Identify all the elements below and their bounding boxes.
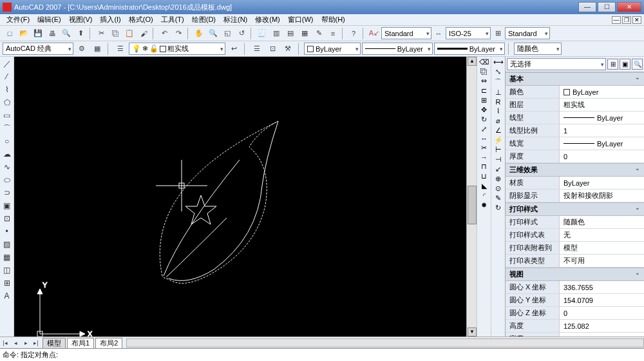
prop-centerx-value[interactable]: 336.7655: [560, 281, 644, 293]
select-objects-button[interactable]: ▣: [620, 59, 630, 70]
dim-linear-tool[interactable]: ⟷: [493, 58, 504, 66]
zoom-realtime-button[interactable]: 🔍: [207, 27, 220, 40]
menu-tools[interactable]: 工具(T): [157, 15, 188, 24]
undo-button[interactable]: ↶: [158, 27, 171, 40]
point-tool[interactable]: •: [1, 226, 13, 237]
layer-combo[interactable]: 💡 ❄ 🔓 粗实线: [129, 43, 225, 55]
section-plot-header[interactable]: 打印样式⌄: [506, 202, 644, 216]
plot-preview-button[interactable]: 🔍: [60, 27, 73, 40]
copy-button[interactable]: ⿻: [109, 27, 122, 40]
table-tool[interactable]: ⊞: [1, 277, 13, 289]
dim-tolerance-tool[interactable]: ⊕: [495, 175, 501, 183]
prop-shadow-value[interactable]: 投射和接收阴影: [560, 190, 644, 202]
selection-combo[interactable]: 无选择: [507, 58, 606, 70]
save-button[interactable]: 💾: [32, 27, 44, 40]
menu-help[interactable]: 帮助(H): [317, 15, 349, 24]
horizontal-scrollbar[interactable]: [126, 338, 644, 347]
section-basic-header[interactable]: 基本⌄: [506, 72, 644, 86]
layer-prev-button[interactable]: ↩: [227, 43, 240, 55]
arc-tool[interactable]: ⌒: [1, 122, 13, 134]
scroll-thumb[interactable]: [468, 186, 477, 224]
dim-style-combo[interactable]: ISO-25: [446, 27, 491, 39]
prop-plotstyle-value[interactable]: 随颜色: [560, 216, 644, 228]
tab-model[interactable]: 模型: [43, 338, 66, 348]
scroll-down-arrow[interactable]: ▼: [468, 327, 477, 337]
linetype-combo[interactable]: ByLayer: [362, 43, 433, 55]
dim-angular-tool[interactable]: ∠: [495, 126, 502, 135]
section-view-header[interactable]: 视图⌄: [506, 268, 644, 281]
dim-aligned-tool[interactable]: ⤡: [495, 68, 501, 76]
prop-ltscale-value[interactable]: 1: [560, 124, 644, 137]
scale-tool[interactable]: ⤢: [481, 125, 487, 133]
mdi-close-button[interactable]: ✕: [632, 16, 641, 24]
dim-quick-tool[interactable]: ⚡: [494, 136, 503, 144]
table-style-icon[interactable]: ⊞: [491, 27, 504, 40]
hatch-tool[interactable]: ▨: [1, 239, 13, 250]
dim-jogged-tool[interactable]: ⌇: [497, 107, 500, 115]
dim-arc-tool[interactable]: ⌒: [495, 77, 502, 87]
vertical-scrollbar[interactable]: ▲ ▼: [466, 57, 477, 337]
line-tool[interactable]: ／: [1, 58, 13, 70]
chamfer-tool[interactable]: ◣: [482, 182, 487, 190]
region-tool[interactable]: ◫: [1, 264, 13, 276]
zoom-previous-button[interactable]: ↺: [235, 27, 248, 40]
tool-palettes-button[interactable]: ▤: [284, 27, 297, 40]
trim-tool[interactable]: ✂: [481, 144, 487, 152]
prop-linetype-value[interactable]: ByLayer: [560, 112, 644, 124]
open-button[interactable]: 📂: [17, 27, 30, 40]
menu-draw[interactable]: 绘图(D): [188, 15, 220, 24]
quick-select-button[interactable]: 🔍: [632, 59, 643, 70]
prop-thickness-value[interactable]: 0: [560, 150, 644, 162]
mdi-minimize-button[interactable]: —: [612, 16, 621, 24]
dim-edit-tool[interactable]: ✎: [495, 194, 501, 202]
revcloud-tool[interactable]: ☁: [1, 148, 13, 160]
ellipse-tool[interactable]: ⬭: [1, 174, 13, 186]
table-style-combo[interactable]: Standard: [505, 27, 550, 39]
dim-diameter-tool[interactable]: ⌀: [496, 117, 500, 125]
command-line[interactable]: 命令: 指定对角点:: [0, 348, 644, 361]
print-button[interactable]: 🖶: [46, 27, 59, 40]
rectangle-tool[interactable]: ▭: [1, 110, 13, 121]
prop-centery-value[interactable]: 154.0709: [560, 294, 644, 306]
tab-first-button[interactable]: |◂: [0, 340, 10, 346]
design-center-button[interactable]: ▥: [270, 27, 283, 40]
redo-button[interactable]: ↷: [172, 27, 185, 40]
prop-height-value[interactable]: 125.082: [560, 320, 644, 332]
new-button[interactable]: □: [3, 27, 16, 40]
paste-button[interactable]: 📋: [123, 27, 136, 40]
dim-ordinate-tool[interactable]: ⊥: [495, 88, 502, 97]
prop-width-value[interactable]: 261.3041: [560, 333, 644, 337]
fillet-tool[interactable]: ◜: [483, 191, 486, 200]
tab-next-button[interactable]: ▸: [21, 340, 31, 346]
block-make-tool[interactable]: ⊡: [1, 213, 13, 224]
plotstyle-combo[interactable]: 随颜色: [514, 43, 562, 55]
layer-properties-button[interactable]: ☰: [114, 43, 127, 55]
dim-continue-tool[interactable]: ⊣: [495, 155, 502, 164]
tab-prev-button[interactable]: ◂: [10, 340, 21, 346]
layer-tools-button[interactable]: ⚒: [281, 43, 294, 55]
maximize-button[interactable]: ☐: [598, 2, 616, 12]
dim-radius-tool[interactable]: R: [496, 98, 501, 106]
prop-plottable-value[interactable]: 无: [560, 229, 644, 241]
drawing-canvas[interactable]: Y X: [14, 57, 466, 337]
prop-plottype-value[interactable]: 不可用: [560, 255, 644, 267]
rotate-tool[interactable]: ↻: [481, 115, 487, 124]
mtext-tool[interactable]: A: [1, 290, 13, 302]
prop-color-value[interactable]: ByLayer: [560, 86, 644, 98]
sheet-set-button[interactable]: ▦: [298, 27, 311, 40]
properties-button[interactable]: 🧾: [256, 27, 269, 40]
markup-button[interactable]: ✎: [312, 27, 325, 40]
menu-window[interactable]: 窗口(W): [284, 15, 317, 24]
dim-leader-tool[interactable]: ↙: [495, 165, 501, 173]
menu-view[interactable]: 视图(V): [65, 15, 97, 24]
menu-modify[interactable]: 修改(M): [251, 15, 284, 24]
extend-tool[interactable]: →: [480, 153, 488, 161]
mirror-tool[interactable]: ⇔: [481, 77, 487, 85]
text-style-icon[interactable]: A↙: [368, 27, 381, 40]
color-combo[interactable]: ByLayer: [304, 43, 361, 55]
offset-tool[interactable]: ⊏: [481, 86, 487, 95]
break-tool[interactable]: ⊓: [481, 162, 487, 171]
erase-tool[interactable]: ⌫: [479, 58, 489, 66]
move-tool[interactable]: ✥: [481, 106, 487, 114]
array-tool[interactable]: ⊞: [481, 96, 487, 104]
